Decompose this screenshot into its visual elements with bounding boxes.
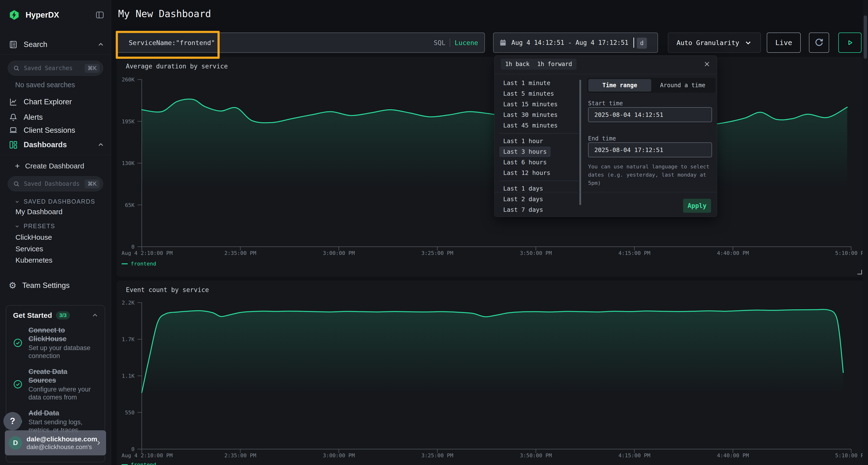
apply-button[interactable]: Apply: [683, 199, 711, 213]
user-account-button[interactable]: D dale@clickhouse.com dale@clickhouse.co…: [5, 430, 106, 455]
chart-legend[interactable]: frontend: [122, 261, 156, 267]
chart-card-event-count: Event count by service 05501.1K1.7K2.2KA…: [117, 280, 865, 465]
svg-text:3:00:00 PM: 3:00:00 PM: [323, 250, 355, 256]
preset-last-1-days[interactable]: Last 1 days: [499, 184, 547, 194]
sidebar-item-chart-explorer[interactable]: Chart Explorer: [9, 95, 105, 108]
svg-text:2.2K: 2.2K: [122, 300, 135, 306]
chevron-up-icon[interactable]: [91, 311, 99, 319]
query-input[interactable]: ServiceName:"frontend" SQL Lucene: [117, 33, 485, 53]
text-caret: [633, 38, 634, 48]
svg-text:4:40:00 PM: 4:40:00 PM: [717, 453, 749, 459]
shortcut-badge: ⌘K: [85, 64, 100, 73]
saved-dashboards-input[interactable]: Saved Dashboards ⌘K: [8, 176, 103, 191]
section-saved-dashboards[interactable]: SAVED DASHBOARDS: [14, 198, 95, 205]
end-time-input[interactable]: 2025-08-04 17:12:51: [588, 142, 712, 157]
preset-last-3-hours[interactable]: Last 3 hours: [499, 146, 551, 157]
natural-language-hint: You can use natural language to select d…: [588, 163, 714, 187]
sidebar-item-label: Chart Explorer: [24, 98, 72, 106]
query-text: ServiceName:"frontend": [129, 39, 434, 46]
sidebar-item-alerts[interactable]: Alerts: [9, 111, 105, 124]
start-time-input[interactable]: 2025-08-04 14:12:51: [588, 107, 712, 122]
create-dashboard-button[interactable]: Create Dashboard: [14, 160, 105, 172]
sidebar-item-my-dashboard[interactable]: My Dashboard: [16, 208, 62, 216]
sidebar-item-kubernetes[interactable]: Kubernetes: [16, 256, 52, 264]
event-count-chart[interactable]: 05501.1K1.7K2.2KAug 4 2:10:00 PM2:35:00 …: [117, 280, 865, 465]
legend-line-swatch: [122, 464, 128, 465]
get-started-item-title: Connect to ClickHouse: [28, 326, 66, 343]
brand-name: HyperDX: [26, 10, 59, 20]
sidebar-item-dashboards[interactable]: Dashboards: [9, 138, 105, 151]
card-resize-handle[interactable]: [858, 270, 862, 274]
get-started-item[interactable]: Connect to ClickHouse Set up your databa…: [13, 326, 99, 360]
back-1h-button[interactable]: 1h back: [501, 59, 534, 70]
presets-scrollbar[interactable]: [579, 80, 581, 205]
preset-last-45-minutes[interactable]: Last 45 minutes: [499, 120, 562, 131]
time-picker-tabs: Time range Around a time: [587, 78, 715, 93]
tab-around-a-time[interactable]: Around a time: [651, 79, 714, 92]
preset-last-30-minutes[interactable]: Last 30 minutes: [499, 110, 562, 120]
preset-last-7-days[interactable]: Last 7 days: [499, 204, 547, 215]
forward-1h-button[interactable]: 1h forward: [533, 59, 577, 70]
sidebar-item-client-sessions[interactable]: Client Sessions: [9, 124, 105, 137]
svg-text:550: 550: [125, 409, 134, 416]
section-presets[interactable]: PRESETS: [14, 223, 55, 230]
sidebar-item-label: Team Settings: [22, 281, 69, 290]
page-scrollbar[interactable]: [863, 0, 868, 465]
live-button[interactable]: Live: [767, 33, 801, 53]
sidebar-item-team-settings[interactable]: ⚙ Team Settings: [9, 279, 105, 292]
get-started-item-title: Add Data: [28, 409, 59, 417]
granularity-value: Auto Granularity: [677, 39, 739, 46]
preset-last-2-days[interactable]: Last 2 days: [499, 194, 547, 204]
svg-text:4:15:00 PM: 4:15:00 PM: [618, 250, 650, 256]
chevron-up-icon[interactable]: [97, 41, 105, 48]
get-started-item[interactable]: Create Data Sources Configure where your…: [13, 367, 99, 401]
legend-series-label: frontend: [131, 462, 156, 465]
chart-legend[interactable]: frontend: [122, 462, 156, 465]
page-title: My New Dashboard: [118, 8, 211, 19]
avg-duration-chart[interactable]: 065K130K195K260KAug 4 2:10:00 PM2:35:00 …: [117, 57, 865, 276]
gear-icon: ⚙: [9, 281, 17, 290]
search-icon: [13, 180, 20, 188]
svg-text:3:50:00 PM: 3:50:00 PM: [520, 250, 552, 256]
play-button[interactable]: [838, 33, 862, 53]
preset-last-15-minutes[interactable]: Last 15 minutes: [499, 99, 562, 110]
get-started-item-desc: Set up your database connection: [28, 344, 96, 360]
sql-toggle[interactable]: SQL: [434, 39, 445, 46]
chevron-up-icon[interactable]: [97, 141, 105, 148]
time-picker-header: 1h back 1h forward: [495, 56, 717, 74]
preset-last-1-minute[interactable]: Last 1 minute: [499, 78, 554, 89]
svg-text:0: 0: [131, 244, 134, 250]
preset-last-6-hours[interactable]: Last 6 hours: [499, 157, 551, 168]
sidebar-item-search[interactable]: Search: [9, 38, 105, 51]
time-range-input[interactable]: Aug 4 14:12:51 - Aug 4 17:12:51 d: [493, 33, 658, 53]
live-label: Live: [775, 38, 792, 47]
preset-last-12-hours[interactable]: Last 12 hours: [499, 168, 554, 178]
chart-title: Average duration by service: [126, 63, 228, 70]
preset-last-1-hour[interactable]: Last 1 hour: [499, 136, 547, 146]
chevron-right-icon: [95, 439, 102, 446]
saved-searches-input[interactable]: Saved Searches ⌘K: [8, 61, 103, 76]
preset-last-14-days[interactable]: Last 14 days: [499, 215, 551, 217]
dashboard-grid-icon: [9, 140, 18, 150]
chart-icon: [9, 97, 18, 106]
tab-time-range[interactable]: Time range: [588, 79, 651, 92]
svg-text:260K: 260K: [122, 77, 135, 82]
granularity-select[interactable]: Auto Granularity: [668, 33, 761, 53]
page-scrollbar-thumb[interactable]: [864, 15, 867, 59]
play-icon: [845, 38, 854, 47]
lucene-toggle[interactable]: Lucene: [455, 39, 478, 46]
query-language-toggle[interactable]: SQL Lucene: [434, 38, 478, 47]
svg-text:2:35:00 PM: 2:35:00 PM: [224, 453, 256, 459]
sidebar-item-services[interactable]: Services: [16, 245, 43, 253]
get-started-header[interactable]: Get Started 3/3: [6, 305, 105, 320]
help-button[interactable]: ?: [3, 412, 22, 430]
chevron-down-icon: [744, 38, 752, 47]
sidebar-item-clickhouse[interactable]: ClickHouse: [16, 233, 52, 241]
preset-last-5-minutes[interactable]: Last 5 minutes: [499, 89, 558, 99]
close-button[interactable]: [702, 59, 712, 70]
saved-dashboards-placeholder: Saved Dashboards: [24, 180, 81, 187]
popup-footer-divider: [495, 192, 717, 192]
sidebar-collapse-icon[interactable]: [95, 10, 105, 20]
svg-text:1.7K: 1.7K: [122, 336, 135, 342]
refresh-button[interactable]: [809, 33, 829, 53]
